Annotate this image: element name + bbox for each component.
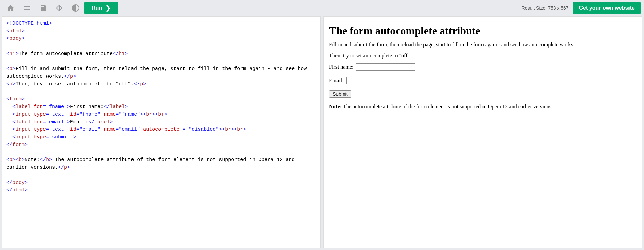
run-button[interactable]: Run ❯ (84, 2, 118, 14)
theme-icon[interactable] (68, 1, 83, 15)
preview-paragraph-2: Then, try to set autocomplete to "off". (329, 53, 636, 59)
toolbar: Run ❯ Result Size: 753 x 567 Get your ow… (0, 0, 644, 16)
note-bold: Note: (329, 104, 342, 110)
result-pane: The form autocomplete attribute Fill in … (323, 16, 642, 248)
orientation-icon[interactable] (52, 1, 67, 15)
save-icon[interactable] (36, 1, 51, 15)
result-size-label: Result Size: 753 x 567 (522, 5, 569, 11)
first-name-input[interactable] (356, 63, 415, 71)
preview-paragraph-1: Fill in and submit the form, then reload… (329, 42, 636, 48)
workspace: <!DOCTYPE html> <html> <body> <h1>The fo… (0, 16, 644, 250)
preview-heading: The form autocomplete attribute (329, 25, 636, 37)
home-icon[interactable] (3, 1, 18, 15)
note-text: The autocomplete attribute of the form e… (342, 104, 553, 110)
toolbar-right: Result Size: 753 x 567 Get your own webs… (522, 2, 641, 14)
preview-content: The form autocomplete attribute Fill in … (324, 17, 642, 119)
run-button-label: Run (92, 5, 102, 11)
preview-note: Note: The autocomplete attribute of the … (329, 104, 636, 110)
code-editor[interactable]: <!DOCTYPE html> <html> <body> <h1>The fo… (2, 17, 320, 198)
label-email: Email: (329, 77, 344, 83)
code-editor-pane[interactable]: <!DOCTYPE html> <html> <body> <h1>The fo… (2, 16, 321, 248)
submit-button[interactable] (329, 90, 351, 98)
email-input[interactable] (346, 77, 405, 84)
toolbar-left: Run ❯ (3, 1, 118, 15)
form-row-fname: First name: (329, 63, 636, 71)
label-first-name: First name: (329, 64, 353, 70)
form-row-email: Email: (329, 77, 636, 84)
menu-icon[interactable] (20, 1, 34, 15)
preview-form: First name: Email: (329, 63, 636, 98)
get-website-button[interactable]: Get your own website (573, 2, 641, 14)
form-row-submit (329, 90, 636, 98)
chevron-right-icon: ❯ (106, 4, 111, 12)
